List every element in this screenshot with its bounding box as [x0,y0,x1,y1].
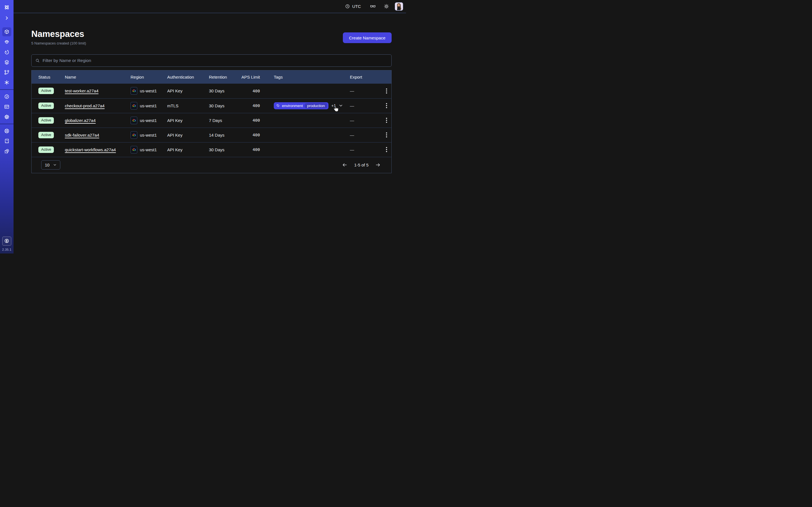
tags-expand-chevron[interactable] [339,103,343,108]
region-label: us-west1 [140,89,157,93]
sidebar-divider [0,124,13,124]
status-badge: Active [38,88,54,94]
labs-toggle[interactable] [370,3,376,9]
retention-cell: 30 Days [202,89,238,93]
sidebar-item-getting-started[interactable] [0,146,13,156]
tag-icon [276,104,280,108]
status-badge: Active [38,147,54,153]
sidebar-expand-button[interactable] [0,15,13,21]
chevron-down-icon [53,163,57,167]
row-actions-menu-button[interactable] [384,131,389,139]
tag-pill[interactable]: environmentproduction [274,102,328,109]
status-badge: Active [38,132,54,138]
pricing-button[interactable] [2,237,11,245]
gcp-region-icon [131,117,137,124]
sidebar-item-schedules[interactable] [0,47,13,57]
namespace-link[interactable]: globalizer.a27a4 [65,118,96,123]
retention-cell: 30 Days [202,103,238,108]
next-page-button[interactable] [375,162,380,168]
cube-icon [4,29,10,35]
gcp-region-icon [131,131,137,139]
namespace-link[interactable]: sdk-failover.a27a4 [65,133,99,137]
auth-cell: API Key [160,118,202,123]
row-actions-menu-button[interactable] [384,87,389,95]
column-header-retention: Retention [202,75,238,79]
sidebar-footer: 2.35.1 [2,237,11,253]
table-row: Active globalizer.a27a4 us-west1 API Key… [32,113,391,128]
aps-limit-cell: 400 [238,147,267,152]
sidebar-item-usage[interactable] [0,92,13,102]
timer-icon [4,49,10,55]
sidebar-item-namespaces[interactable] [0,27,13,37]
gear-icon [4,114,10,120]
app-version: 2.35.1 [2,248,11,251]
region-label: us-west1 [140,103,157,108]
row-actions-menu-button[interactable] [384,116,389,124]
filter-bar[interactable] [31,54,392,67]
previous-page-button[interactable] [342,162,347,168]
money-badge-icon [4,238,10,244]
filter-input[interactable] [43,58,388,63]
column-header-export: Export [343,75,374,79]
export-cell: — [350,118,354,123]
column-header-auth: Authentication [160,75,202,79]
auth-cell: API Key [160,147,202,152]
aps-limit-cell: 400 [238,118,267,122]
sidebar-item-monitor[interactable] [0,37,13,47]
retention-cell: 7 Days [202,118,238,123]
status-badge: Active [38,117,54,124]
gcp-region-icon [131,102,137,110]
sidebar-item-billing[interactable] [0,102,13,112]
table-row: Active sdk-failover.a27a4 us-west1 API K… [32,128,391,142]
namespace-link[interactable]: test-worker.a27a4 [65,89,98,93]
auth-cell: mTLS [160,103,202,108]
namespace-link[interactable]: quickstart-workflows.a27a4 [65,147,116,152]
tags-cell: environmentproduction+1 [267,102,343,109]
export-cell: — [350,133,354,137]
column-header-aps: APS Limit [238,75,267,79]
tag-value: production [305,103,327,108]
namespace-link[interactable]: checkout-prod.a27a4 [65,103,105,108]
sidebar-divider [0,89,13,90]
page-size-select[interactable]: 10 [41,160,60,170]
clock-icon [345,4,350,9]
auth-cell: API Key [160,133,202,137]
table-header-row: Status Name Region Authentication Retent… [32,70,391,83]
user-avatar[interactable] [395,2,403,11]
gcp-region-icon [131,87,137,95]
sun-icon [384,4,389,9]
region-label: us-west1 [140,133,157,137]
theme-toggle[interactable] [384,4,389,9]
column-header-name: Name [58,75,124,79]
gauge-icon [4,94,10,100]
layers-icon [4,59,10,65]
lifebuoy-icon [4,128,10,134]
sidebar-item-settings[interactable] [0,112,13,122]
sidebar-item-docs[interactable] [0,136,13,146]
sidebar-item-workflows[interactable] [0,67,13,77]
create-namespace-button[interactable]: Create Namespace [343,33,392,43]
aps-limit-cell: 400 [238,103,267,108]
tag-key: environment [282,104,303,108]
column-header-status: Status [32,75,58,79]
region-label: us-west1 [140,147,157,152]
sidebar-item-nexus[interactable] [0,77,13,88]
pagination: 1-5 of 5 [342,162,380,168]
sidebar-nav [0,27,13,156]
timezone-selector[interactable]: UTC [345,4,361,9]
topbar: UTC [13,0,406,13]
sidebar-item-deployments[interactable] [0,57,13,67]
status-badge: Active [38,103,54,109]
table-row: Active quickstart-workflows.a27a4 us-wes… [32,142,391,157]
export-cell: — [350,89,354,93]
sidebar-logo[interactable] [0,4,13,11]
timezone-label: UTC [352,4,361,9]
namespaces-table: Status Name Region Authentication Retent… [31,70,392,173]
row-actions-menu-button[interactable] [384,101,389,110]
page-subtitle: 5 Namespaces created (100 limit) [31,41,86,45]
auth-cell: API Key [160,89,202,93]
row-actions-menu-button[interactable] [384,145,389,154]
table-body: Active test-worker.a27a4 us-west1 API Ke… [32,83,391,157]
search-icon [35,58,40,63]
sidebar-item-support[interactable] [0,126,13,136]
